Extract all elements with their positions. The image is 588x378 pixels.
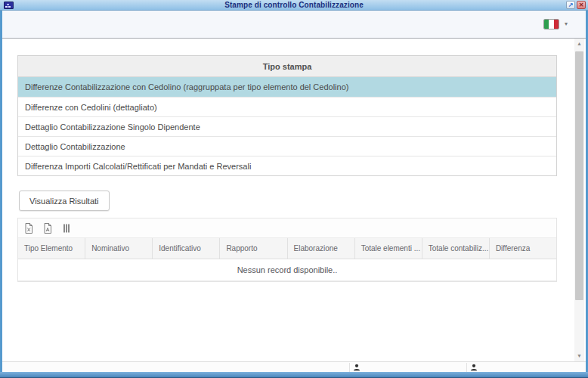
user-icon (353, 364, 361, 371)
export-excel-icon (23, 222, 34, 234)
columns-icon (61, 222, 72, 234)
tipo-stampa-row[interactable]: Dettaglio Contabilizzazione (18, 136, 556, 156)
vertical-scrollbar[interactable]: ▲ ▼ (574, 39, 584, 361)
scroll-up-button[interactable]: ▲ (574, 39, 584, 49)
tipo-stampa-header: Tipo stampa (18, 56, 556, 77)
client-area: ▾ Tipo stampa Differenze Contabilizzazio… (2, 11, 586, 372)
tipo-stampa-row[interactable]: Differenza Importi Calcolati/Rettificati… (18, 156, 556, 175)
status-divider (466, 363, 467, 372)
grid-column-header[interactable]: Identificativo (153, 238, 220, 259)
columns-button[interactable] (60, 221, 73, 236)
grid-column-header[interactable]: Differenza (490, 238, 556, 259)
grid-column-header[interactable]: Totale contabiliz... (422, 238, 490, 259)
title-bar: Stampe di controllo Contabilizzazione ↗ … (0, 0, 588, 11)
tipo-stampa-table: Tipo stampa Differenze Contabilizzazione… (17, 55, 557, 176)
export-pdf-button[interactable] (41, 221, 54, 236)
grid-column-header[interactable]: Nominativo (85, 238, 153, 259)
grid-empty-message: Nessun record disponibile.. (18, 259, 556, 281)
grid-toolbar (18, 218, 556, 238)
export-excel-button[interactable] (22, 221, 36, 236)
flag-red-band (554, 20, 559, 29)
status-bar (2, 361, 586, 372)
window-controls: ↗ ✕ (566, 1, 586, 9)
user-icon (470, 364, 478, 371)
grid-column-header[interactable]: Rapporto (220, 238, 287, 259)
app-icon (4, 2, 14, 9)
chevron-down-icon: ▾ (565, 21, 568, 27)
app-window: Stampe di controllo Contabilizzazione ↗ … (0, 0, 588, 378)
language-selector[interactable]: ▾ (543, 19, 568, 29)
restore-window-button[interactable]: ↗ (566, 1, 575, 9)
window-title: Stampe di controllo Contabilizzazione (224, 0, 364, 10)
grid-header-row: Tipo ElementoNominativoIdentificativoRap… (18, 238, 556, 259)
scroll-down-button[interactable]: ▼ (574, 351, 584, 361)
grid-column-header[interactable]: Tipo Elemento (18, 238, 85, 259)
status-divider (349, 363, 350, 372)
close-window-button[interactable]: ✕ (577, 1, 586, 9)
visualizza-risultati-button[interactable]: Visualizza Risultati (19, 191, 110, 211)
results-grid: Tipo ElementoNominativoIdentificativoRap… (17, 218, 557, 282)
tipo-stampa-row[interactable]: Differenze con Cedolini (dettagliato) (18, 97, 556, 116)
italian-flag-icon (543, 19, 559, 29)
tipo-stampa-row[interactable]: Dettaglio Contabilizzazione Singolo Dipe… (18, 116, 556, 136)
top-toolbar: ▾ (2, 11, 586, 39)
export-pdf-icon (42, 222, 53, 234)
window-frame-bottom (0, 372, 588, 378)
grid-column-header[interactable]: Elaborazione (288, 238, 355, 259)
tipo-stampa-row[interactable]: Differenze Contabilizzazione con Cedolin… (18, 77, 556, 97)
tipo-stampa-rows: Differenze Contabilizzazione con Cedolin… (18, 77, 556, 175)
scrollbar-thumb[interactable] (575, 51, 583, 300)
grid-column-header[interactable]: Totale elementi ... (355, 238, 422, 259)
